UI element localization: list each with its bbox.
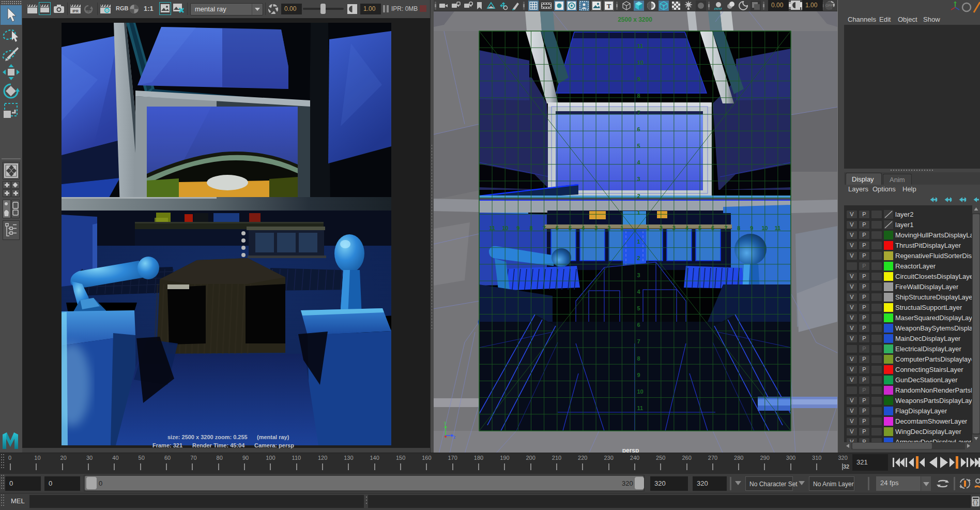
- svg-text:10: 10: [637, 388, 644, 395]
- svg-text:1: 1: [620, 225, 623, 231]
- svg-text:5: 5: [569, 225, 572, 231]
- svg-text:11: 11: [637, 43, 644, 49]
- svg-text:2: 2: [660, 225, 663, 231]
- svg-text:5: 5: [637, 305, 640, 311]
- svg-text:2: 2: [607, 225, 610, 231]
- svg-text:4: 4: [637, 289, 641, 295]
- svg-text:IPR: IPR: [85, 10, 91, 13]
- svg-text:T: T: [607, 2, 611, 10]
- svg-text:11: 11: [775, 225, 781, 231]
- svg-text:8: 8: [637, 93, 640, 99]
- svg-text:3: 3: [672, 225, 676, 231]
- svg-text:3: 3: [637, 272, 640, 278]
- svg-text:9: 9: [517, 225, 520, 231]
- svg-text:4: 4: [581, 225, 585, 231]
- svg-text:7: 7: [543, 225, 546, 231]
- svg-text:9: 9: [637, 372, 640, 378]
- svg-text:5: 5: [637, 143, 640, 149]
- svg-text:2: 2: [637, 255, 640, 261]
- svg-text:11: 11: [637, 405, 644, 411]
- svg-text:2: 2: [637, 193, 640, 199]
- svg-text:9: 9: [750, 225, 753, 231]
- svg-text:10: 10: [761, 225, 768, 231]
- svg-text:7: 7: [637, 110, 640, 116]
- svg-text:6: 6: [637, 126, 640, 132]
- svg-text:10: 10: [637, 59, 644, 66]
- svg-text:7: 7: [724, 225, 727, 231]
- svg-text:{}: {}: [972, 500, 978, 506]
- svg-text:9: 9: [637, 76, 640, 82]
- svg-text:4: 4: [637, 159, 641, 166]
- svg-text:4: 4: [685, 225, 689, 231]
- svg-text:1: 1: [647, 225, 650, 231]
- svg-text:2500 x 3200: 2500 x 3200: [618, 16, 652, 23]
- svg-text:6: 6: [556, 225, 559, 231]
- svg-text:5: 5: [698, 225, 701, 231]
- svg-text:8: 8: [530, 225, 533, 231]
- svg-text:1: 1: [637, 238, 640, 245]
- svg-text:11: 11: [489, 225, 496, 231]
- svg-text:z: z: [453, 434, 456, 440]
- svg-text:IPR: IPR: [72, 9, 79, 13]
- svg-text:8: 8: [737, 225, 740, 231]
- svg-text:6: 6: [637, 322, 640, 328]
- svg-text:1: 1: [637, 209, 640, 216]
- svg-text:y: y: [444, 420, 447, 425]
- svg-text:6: 6: [711, 225, 714, 231]
- svg-text:7: 7: [637, 338, 640, 344]
- svg-text:3: 3: [594, 225, 598, 231]
- svg-text:10: 10: [502, 225, 508, 231]
- svg-text:3: 3: [637, 176, 640, 182]
- svg-text:8: 8: [637, 355, 640, 362]
